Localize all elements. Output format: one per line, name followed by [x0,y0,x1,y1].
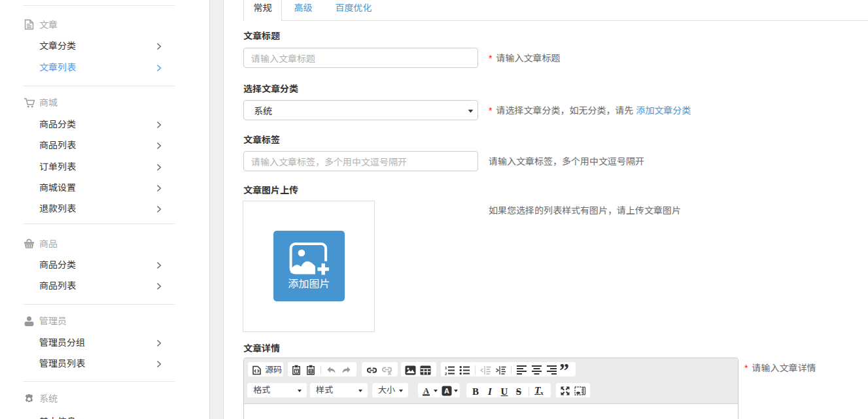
svg-text:1: 1 [445,365,447,369]
svg-text:A: A [444,387,449,395]
svg-text:T: T [296,369,298,373]
svg-text:A: A [423,386,429,395]
svg-text:W: W [309,369,313,373]
svg-text:2: 2 [445,371,447,375]
